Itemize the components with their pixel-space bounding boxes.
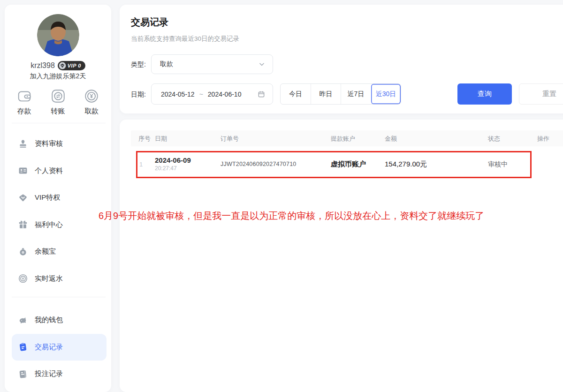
username: krzl398 <box>30 61 55 70</box>
date-range-input[interactable]: 2024-05-12 ~ 2024-06-10 <box>151 83 273 105</box>
sidebar-nav-records: 我的钱包 交易记录 <box>5 307 111 388</box>
sidebar: krzl398 VIP 0 加入九游娱乐第2天 存款 <box>5 5 111 392</box>
table-header: 序号 日期 订单号 提款账户 金额 状态 操作 <box>131 130 563 146</box>
type-select[interactable]: 取款 <box>151 54 273 74</box>
range-yesterday-button[interactable]: 昨日 <box>311 84 341 104</box>
type-label: 类型: <box>131 60 146 69</box>
rebate-icon <box>18 273 28 284</box>
sidebar-divider <box>12 123 106 123</box>
wallet-icon <box>16 88 32 104</box>
piggy-bank-icon <box>18 315 28 325</box>
table-row: 1 2024-06-09 20:27:47 JJWT20240609202747… <box>131 151 563 178</box>
sidebar-item-transaction-records[interactable]: 交易记录 <box>12 334 107 361</box>
filter-panel: 交易记录 当前系统支持查询最近30日的交易记录 类型: 取款 日期: 2024-… <box>120 5 563 113</box>
sidebar-item-label: VIP特权 <box>35 193 60 202</box>
vip-emblem-icon <box>59 62 66 69</box>
row-index: 1 <box>139 161 143 168</box>
reset-button[interactable]: 重置 <box>519 83 563 105</box>
sidebar-nav: 资料审核 个人资料 VIP特权 <box>5 130 111 292</box>
quick-range-group: 今日 昨日 近7日 近30日 <box>280 83 401 105</box>
transfer-button[interactable]: 转账 <box>44 88 72 116</box>
row-account: 虚拟币账户 <box>331 160 366 169</box>
withdraw-label: 取款 <box>84 107 99 116</box>
sidebar-item-personal-info[interactable]: 个人资料 <box>12 158 107 185</box>
col-action: 操作 <box>537 135 549 143</box>
transaction-record-icon <box>18 342 28 352</box>
date-label: 日期: <box>131 90 146 99</box>
calendar-icon <box>258 90 265 98</box>
row-date-value: 2024-06-09 <box>155 156 191 164</box>
id-card-icon <box>18 166 28 176</box>
sidebar-item-bet-records[interactable]: 投注记录 <box>12 361 107 388</box>
join-days-text: 加入九游娱乐第2天 <box>5 72 111 81</box>
row-time-value: 20:27:47 <box>155 165 191 172</box>
sidebar-item-label: 我的钱包 <box>35 316 63 324</box>
gift-icon <box>18 219 28 230</box>
sidebar-item-label: 实时返水 <box>35 274 63 283</box>
sidebar-item-welfare-center[interactable]: 福利中心 <box>12 211 107 239</box>
bet-record-icon <box>18 369 28 379</box>
sidebar-item-profile-review[interactable]: 资料审核 <box>12 130 107 158</box>
row-amount: 154,279.00元 <box>385 160 427 169</box>
date-separator: ~ <box>199 90 203 98</box>
vip-diamond-icon <box>18 193 28 203</box>
sidebar-item-label: 交易记录 <box>35 343 63 352</box>
chevron-down-icon <box>259 61 265 68</box>
col-status: 状态 <box>488 135 500 143</box>
transfer-icon <box>50 88 66 104</box>
range-7days-button[interactable]: 近7日 <box>341 84 371 104</box>
sidebar-item-label: 投注记录 <box>35 369 63 378</box>
col-order: 订单号 <box>221 135 239 143</box>
date-end: 2024-06-10 <box>208 90 253 98</box>
range-today-button[interactable]: 今日 <box>281 84 311 104</box>
col-index: 序号 <box>138 135 151 143</box>
sidebar-item-vip-privileges[interactable]: VIP特权 <box>12 184 107 211</box>
quick-actions: 存款 转账 取款 <box>5 88 111 116</box>
sidebar-item-yuebao[interactable]: 余额宝 <box>12 238 107 265</box>
sidebar-item-my-wallet[interactable]: 我的钱包 <box>12 307 107 334</box>
stamp-icon <box>18 139 28 149</box>
page-subtitle: 当前系统支持查询最近30日的交易记录 <box>131 35 239 43</box>
records-table: 序号 日期 订单号 提款账户 金额 状态 操作 1 2024-06-09 20:… <box>120 120 563 392</box>
sidebar-item-label: 资料审核 <box>35 139 63 148</box>
vip-badge: VIP 0 <box>58 61 85 70</box>
row-date: 2024-06-09 20:27:47 <box>155 156 191 172</box>
vip-badge-label: VIP 0 <box>68 63 81 68</box>
date-start: 2024-05-12 <box>161 90 195 98</box>
sidebar-item-label: 福利中心 <box>35 220 63 229</box>
page-title: 交易记录 <box>131 16 168 29</box>
money-bag-icon <box>18 247 28 257</box>
annotation-text: 6月9号开始就被审核，但是我一直是以为正常的审核，所以没放在心上，资料交了就继续… <box>99 210 484 222</box>
transfer-label: 转账 <box>51 107 65 116</box>
withdraw-icon <box>84 88 99 104</box>
row-status: 审核中 <box>488 160 508 169</box>
row-order-no: JJWT202406092027470710 <box>221 161 296 167</box>
range-30days-button[interactable]: 近30日 <box>371 84 401 104</box>
sidebar-item-label: 余额宝 <box>35 247 56 256</box>
withdraw-button[interactable]: 取款 <box>77 88 106 116</box>
sidebar-divider <box>12 297 106 297</box>
sidebar-item-label: 个人资料 <box>35 166 63 175</box>
query-button[interactable]: 查询 <box>457 83 512 105</box>
col-date: 日期 <box>155 135 167 143</box>
sidebar-item-realtime-rebate[interactable]: 实时返水 <box>12 265 107 293</box>
col-amount: 金额 <box>385 135 397 143</box>
deposit-button[interactable]: 存款 <box>10 88 38 116</box>
avatar-image <box>37 14 79 56</box>
type-select-value: 取款 <box>160 60 259 68</box>
col-account: 提款账户 <box>331 135 355 143</box>
deposit-label: 存款 <box>17 107 31 116</box>
avatar[interactable] <box>37 14 79 56</box>
